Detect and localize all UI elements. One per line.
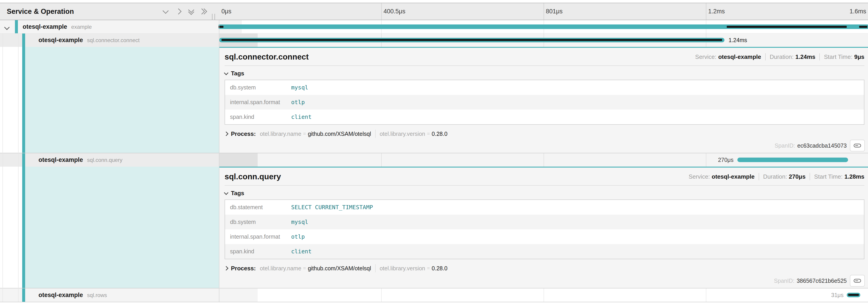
detail-divider [225, 65, 864, 66]
process-key: otel.library.version [380, 265, 425, 272]
service-color-strip [22, 47, 25, 153]
process-label: Process: [231, 265, 256, 272]
expanded-span-indent-fill [25, 166, 219, 288]
chevron-down-icon [224, 190, 228, 195]
chevron-down-icon [162, 8, 169, 14]
tag-row: db.system mysql [225, 80, 864, 95]
duration-label: Duration: [770, 54, 794, 60]
span-name-cell[interactable]: otesql-example example [0, 20, 242, 33]
span-bar-sql-conn-query[interactable] [737, 158, 848, 162]
span-duration-label: 270μs [700, 157, 734, 162]
timeline-header: Service & Operation 0μs 400.5μs 801μs 1.… [0, 3, 868, 20]
child-span-mark [727, 26, 847, 28]
process-value: github.com/XSAM/otelsql [308, 131, 371, 137]
child-span-mark [848, 294, 859, 296]
link-icon [853, 143, 862, 149]
tag-key: db.system [230, 219, 291, 225]
double-chevron-right-icon [200, 9, 206, 13]
duration-value: 270μs [789, 173, 806, 180]
timeline-tick-label: 0μs [221, 3, 231, 20]
span-id-label: SpanID: [774, 278, 795, 284]
tag-row: db.statement SELECT CURRENT_TIMESTAMP [225, 200, 864, 215]
copy-span-link-button[interactable] [850, 275, 865, 287]
service-name: otesql-example [38, 156, 83, 163]
tags-table: db.system mysql internal.span.format otl… [225, 80, 864, 125]
tag-row: span.kind client [225, 244, 864, 259]
collapse-children-icon[interactable] [4, 25, 9, 30]
process-value: 0.28.0 [432, 131, 447, 137]
span-id-row: SpanID: ec63cadcba145073 [775, 140, 865, 151]
process-divider [375, 130, 376, 138]
start-time-value: 1.28ms [844, 173, 864, 180]
span-id-label: SpanID: [775, 143, 795, 149]
tag-key: db.system [230, 84, 291, 91]
tree-guide-line [2, 33, 3, 302]
header-gridline [706, 3, 706, 20]
top-strip [0, 0, 868, 3]
tag-value: client [291, 114, 312, 120]
span-id-row: SpanID: 386567c621b6e525 [774, 275, 865, 287]
tags-section-toggle[interactable]: Tags [225, 70, 868, 77]
expand-all-button[interactable] [198, 3, 208, 20]
span-detail-sql-connector-connect: sql.connector.connect Service:otesql-exa… [0, 47, 868, 153]
expand-one-button[interactable] [174, 3, 183, 20]
span-detail-panel: sql.connector.connect Service:otesql-exa… [219, 47, 868, 153]
timeline-tick-label: 1.2ms [708, 3, 725, 20]
tag-value: SELECT CURRENT_TIMESTAMP [291, 204, 373, 211]
meta-divider [819, 53, 820, 60]
duration-value: 1.24ms [795, 54, 815, 60]
process-key: otel.library.name [260, 131, 301, 137]
service-label: Service: [695, 54, 717, 60]
copy-span-link-button[interactable] [850, 140, 865, 151]
tag-value: mysql [291, 84, 308, 91]
tree-guide-line [18, 33, 19, 302]
operation-name: sql.conn.query [87, 157, 122, 163]
child-span-mark [221, 39, 722, 41]
service-value: otesql-example [712, 173, 754, 180]
tags-section-toggle[interactable]: Tags [225, 190, 868, 197]
timeline-tick-label: 801μs [546, 3, 563, 20]
span-duration-label: 1.24ms [728, 38, 747, 42]
duration-label: Duration: [763, 173, 787, 180]
process-key: otel.library.version [380, 131, 425, 137]
double-chevron-down-icon [189, 8, 193, 15]
header-gridline [381, 3, 382, 20]
start-time-label: Start Time: [814, 173, 843, 180]
process-divider [375, 264, 376, 272]
equals-sign: = [303, 131, 306, 137]
tag-row: span.kind client [225, 110, 864, 124]
process-section-toggle[interactable]: Process: otel.library.name = github.com/… [225, 130, 868, 138]
equals-sign: = [427, 131, 430, 137]
start-time-label: Start Time: [824, 54, 852, 60]
tag-value: client [291, 248, 312, 255]
link-icon [853, 278, 862, 284]
span-timeline-cell[interactable] [219, 288, 868, 302]
service-name: otesql-example [38, 37, 83, 44]
service-operation-header: Service & Operation [7, 3, 74, 20]
timeline-tick-label: 400.5μs [383, 3, 405, 20]
tag-key: internal.span.format [230, 234, 291, 240]
process-value: github.com/XSAM/otelsql [308, 265, 371, 272]
operation-name: example [71, 24, 92, 30]
equals-sign: = [303, 265, 306, 271]
tag-row: internal.span.format otlp [225, 95, 864, 110]
name-column-divider [219, 3, 219, 302]
process-section-toggle[interactable]: Process: otel.library.name = github.com/… [225, 264, 868, 272]
child-span-mark [859, 26, 867, 28]
tag-key: db.statement [230, 204, 291, 211]
tag-value: mysql [291, 219, 308, 225]
start-time-value: 9μs [854, 54, 864, 60]
span-bar-sql-rows[interactable] [847, 293, 860, 297]
chevron-right-icon [224, 131, 228, 136]
collapse-all-button[interactable] [186, 3, 196, 20]
operation-name: sql.connector.connect [87, 37, 140, 43]
meta-divider [765, 53, 766, 60]
tag-key: internal.span.format [230, 99, 291, 105]
chevron-right-icon [176, 8, 182, 14]
service-color-strip [22, 33, 25, 47]
collapse-one-button[interactable] [160, 3, 170, 20]
tag-key: span.kind [230, 248, 291, 255]
span-bar-sql-connector-connect[interactable] [219, 38, 724, 42]
column-resizer[interactable] [212, 14, 215, 20]
span-row-sql-rows[interactable]: otesql-example sql.rows [0, 288, 868, 302]
